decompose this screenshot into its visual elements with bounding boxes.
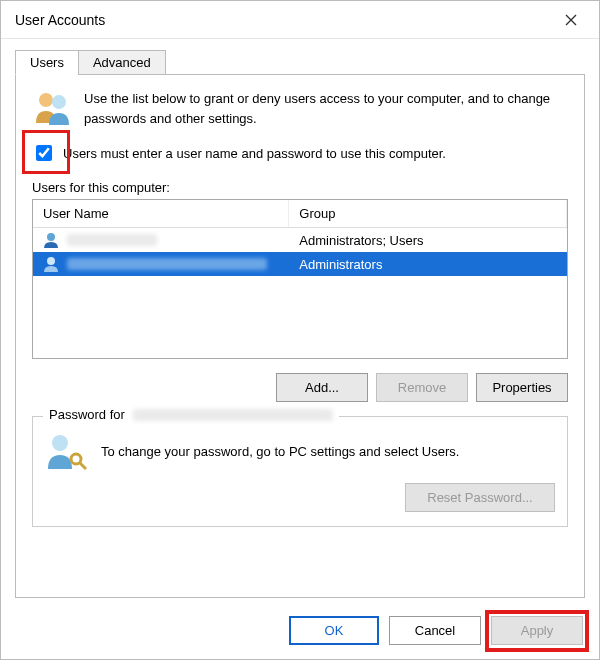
user-key-icon: [45, 431, 87, 471]
ok-button[interactable]: OK: [289, 616, 379, 645]
table-row[interactable]: Administrators; Users: [33, 228, 567, 252]
username-redacted: [67, 234, 157, 246]
remove-button: Remove: [376, 373, 468, 402]
properties-button[interactable]: Properties: [476, 373, 568, 402]
table-header: User Name Group: [33, 200, 567, 228]
tab-strip: Users Advanced: [15, 50, 585, 75]
col-username[interactable]: User Name: [33, 200, 289, 227]
password-legend-text: Password for: [49, 407, 125, 422]
group-cell: Administrators: [289, 252, 567, 276]
password-user-redacted: [133, 409, 333, 421]
tab-panel-users: Use the list below to grant or deny user…: [15, 74, 585, 598]
users-table: User Name Group Administrators; Users: [32, 199, 568, 359]
user-row-icon: [43, 232, 61, 248]
tab-advanced[interactable]: Advanced: [78, 50, 166, 75]
svg-point-0: [39, 93, 53, 107]
users-for-label: Users for this computer:: [32, 180, 568, 195]
svg-point-4: [52, 435, 68, 451]
cancel-button[interactable]: Cancel: [389, 616, 481, 645]
users-heads-icon: [32, 89, 72, 125]
tab-users[interactable]: Users: [15, 50, 79, 75]
svg-point-2: [47, 233, 55, 241]
intro-row: Use the list below to grant or deny user…: [32, 89, 568, 128]
group-cell: Administrators; Users: [289, 228, 567, 252]
intro-text: Use the list below to grant or deny user…: [84, 89, 568, 128]
col-group[interactable]: Group: [289, 200, 567, 227]
password-legend: Password for: [43, 407, 339, 422]
require-password-label: Users must enter a user name and passwor…: [63, 146, 446, 161]
password-groupbox: Password for To change your password, go…: [32, 416, 568, 527]
require-password-checkbox[interactable]: [36, 145, 52, 161]
reset-password-button: Reset Password...: [405, 483, 555, 512]
add-button[interactable]: Add...: [276, 373, 368, 402]
table-row[interactable]: Administrators: [33, 252, 567, 276]
user-buttons-row: Add... Remove Properties: [32, 373, 568, 402]
user-accounts-window: User Accounts Users Advanced Use the lis…: [0, 0, 600, 660]
content-area: Users Advanced Use the list below to gra…: [1, 39, 599, 606]
apply-button: Apply: [491, 616, 583, 645]
close-icon: [565, 14, 577, 26]
svg-point-3: [47, 257, 55, 265]
require-password-row: Users must enter a user name and passwor…: [32, 142, 568, 164]
window-title: User Accounts: [15, 12, 551, 28]
close-button[interactable]: [551, 5, 591, 35]
titlebar: User Accounts: [1, 1, 599, 39]
username-redacted: [67, 258, 267, 270]
password-text: To change your password, go to PC settin…: [101, 444, 459, 459]
dialog-footer: OK Cancel Apply: [1, 606, 599, 659]
svg-point-1: [52, 95, 66, 109]
user-row-icon: [43, 256, 61, 272]
